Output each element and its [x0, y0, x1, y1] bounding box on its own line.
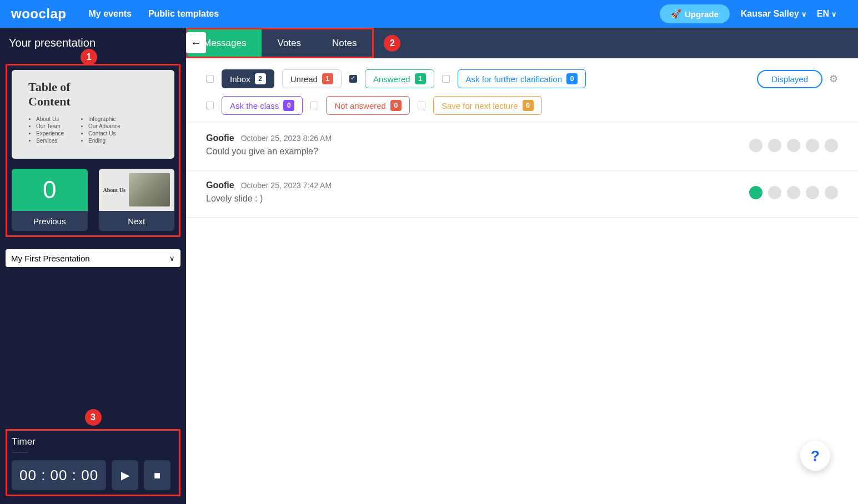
ask-class-checkbox[interactable]	[206, 102, 214, 109]
annotation-1: 1	[81, 49, 97, 65]
tag-dot[interactable]	[768, 139, 781, 152]
sidebar: Table of Content About Us Our Team Exper…	[0, 58, 186, 504]
gear-icon[interactable]: ⚙	[829, 73, 838, 85]
filter-ask-clarification[interactable]: Ask for further clarification 0	[458, 69, 586, 88]
filter-count: 0	[523, 100, 534, 111]
tag-dot[interactable]	[825, 139, 838, 152]
filter-count: 0	[566, 73, 578, 84]
message-author: Goofie	[206, 180, 234, 190]
nav-public-templates[interactable]: Public templates	[148, 9, 219, 19]
save-next-checkbox[interactable]	[418, 102, 425, 109]
image-placeholder	[129, 173, 170, 206]
help-button[interactable]: ?	[800, 441, 830, 471]
tag-dot[interactable]	[825, 186, 838, 199]
toc-item: Services	[36, 138, 64, 144]
presentation-select[interactable]: My First Presentation ∨	[6, 249, 180, 267]
tabs-annotation-box: Messages Votes Notes	[186, 28, 374, 58]
select-all-checkbox[interactable]	[206, 75, 214, 83]
collapse-sidebar-button[interactable]: ←	[186, 32, 206, 53]
message-list: Goofie October 25, 2023 8:26 AM Could yo…	[186, 123, 858, 218]
chevron-down-icon: ∨	[801, 10, 807, 18]
tab-votes[interactable]: Votes	[262, 29, 317, 57]
filter-label: Ask the class	[230, 101, 279, 110]
user-menu[interactable]: Kausar Salley ∨	[741, 9, 807, 19]
filter-unread[interactable]: Unread 1	[282, 69, 342, 88]
filter-count: 2	[255, 73, 266, 84]
tag-dot[interactable]	[806, 139, 819, 152]
logo[interactable]: wooclap	[11, 6, 67, 22]
divider	[12, 452, 28, 452]
main-layout: Table of Content About Us Our Team Exper…	[0, 58, 858, 504]
upgrade-button[interactable]: 🚀 Upgrade	[660, 4, 730, 23]
arrow-left-icon: ←	[190, 37, 202, 49]
filter-count: 1	[322, 73, 333, 84]
filter-count: 0	[390, 100, 402, 111]
timer-annotation-box: Timer 00 : 00 : 00 ▶ ■	[6, 429, 180, 496]
tag-dot[interactable]	[749, 186, 762, 199]
message-tags	[749, 139, 838, 152]
message-item[interactable]: Goofie October 25, 2023 8:26 AM Could yo…	[186, 123, 858, 170]
filter-ask-class[interactable]: Ask the class 0	[222, 96, 303, 115]
slide-title-line1: Table of	[28, 80, 71, 94]
filter-label: Unread	[290, 74, 318, 84]
play-icon: ▶	[121, 468, 129, 482]
sidebar-title: Your presentation	[9, 37, 96, 49]
message-tags	[749, 186, 838, 199]
toc-item: Our Team	[36, 123, 64, 129]
preso-select-value: My First Presentation	[11, 254, 90, 263]
subheader: Your presentation ← 1 Messages Votes Not…	[0, 28, 858, 58]
toc-left: About Us Our Team Experience Services	[28, 116, 64, 145]
slide-title-line2: Content	[28, 94, 71, 108]
tab-notes[interactable]: Notes	[317, 29, 372, 57]
next-preview: About Us	[99, 169, 175, 211]
right-controls: Displayed ⚙	[757, 70, 838, 88]
message-body: Could you give an example?	[206, 147, 838, 157]
filter-not-answered[interactable]: Not answered 0	[326, 96, 410, 115]
filter-save-next[interactable]: Save for next lecture 0	[433, 96, 542, 115]
filter-row-1: Inbox 2 Unread 1 Answered 1 Ask for furt…	[206, 69, 838, 88]
filter-label: Answered	[373, 74, 410, 84]
timer-title: Timer	[12, 436, 174, 447]
filter-bar: Inbox 2 Unread 1 Answered 1 Ask for furt…	[186, 58, 858, 123]
tag-dot[interactable]	[749, 139, 762, 152]
current-slide-preview[interactable]: Table of Content About Us Our Team Exper…	[12, 70, 174, 159]
toc-item: Ending	[88, 138, 121, 144]
next-slide-title: About Us	[103, 187, 126, 193]
prev-card[interactable]: 0 Previous	[12, 169, 88, 231]
filter-inbox[interactable]: Inbox 2	[222, 69, 274, 88]
tag-dot[interactable]	[787, 186, 800, 199]
chevron-down-icon: ∨	[831, 10, 837, 18]
message-date: October 25, 2023 8:26 AM	[241, 134, 332, 143]
tag-dot[interactable]	[787, 139, 800, 152]
timer-stop-button[interactable]: ■	[144, 460, 170, 490]
filter-count: 0	[283, 100, 294, 111]
filter-label: Ask for further clarification	[466, 74, 562, 84]
toc-cols: About Us Our Team Experience Services In…	[28, 116, 158, 145]
next-label: Next	[99, 211, 175, 231]
chevron-down-icon: ∨	[169, 254, 175, 263]
filter-answered[interactable]: Answered 1	[365, 69, 434, 88]
tag-dot[interactable]	[806, 186, 819, 199]
answered-checkbox[interactable]	[349, 75, 357, 83]
filter-row-2: Ask the class 0 Not answered 0 Save for …	[206, 96, 838, 115]
toc-right: Infographic Our Advance Contact Us Endin…	[81, 116, 121, 145]
ask-clarification-checkbox[interactable]	[442, 75, 450, 83]
message-author: Goofie	[206, 133, 234, 143]
next-card[interactable]: About Us Next	[99, 169, 175, 231]
tag-dot[interactable]	[768, 186, 781, 199]
filter-label: Save for next lecture	[441, 101, 518, 110]
timer-display: 00 : 00 : 00	[12, 460, 106, 490]
displayed-button[interactable]: Displayed	[757, 70, 822, 88]
timer-row: 00 : 00 : 00 ▶ ■	[12, 460, 174, 490]
not-answered-checkbox[interactable]	[310, 102, 318, 109]
timer-play-button[interactable]: ▶	[112, 460, 138, 490]
nav-my-events[interactable]: My events	[89, 9, 132, 19]
stop-icon: ■	[154, 469, 160, 482]
message-item[interactable]: Goofie October 25, 2023 7:42 AM Lovely s…	[186, 170, 858, 218]
slides-annotation-box: Table of Content About Us Our Team Exper…	[6, 64, 180, 237]
filter-count: 1	[415, 73, 426, 84]
toc-item: Contact Us	[88, 130, 121, 137]
main-content: Inbox 2 Unread 1 Answered 1 Ask for furt…	[186, 58, 858, 504]
question-icon: ?	[811, 447, 820, 465]
lang-menu[interactable]: EN ∨	[817, 9, 837, 19]
